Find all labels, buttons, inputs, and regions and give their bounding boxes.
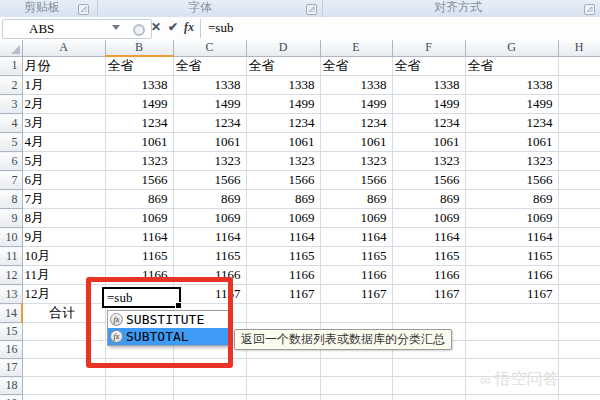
cell-G4[interactable]: 1234 <box>465 114 558 133</box>
cell-F7[interactable]: 1566 <box>392 171 465 190</box>
dialog-launcher-icon[interactable]: ◿ <box>78 4 89 15</box>
cell-H4[interactable] <box>558 114 600 133</box>
cell-G15[interactable] <box>465 323 558 341</box>
cell-H16[interactable] <box>558 341 600 359</box>
cell-G12[interactable]: 1166 <box>465 266 558 285</box>
cell-A11[interactable]: 10月 <box>22 247 105 266</box>
cell-G10[interactable]: 1164 <box>465 228 558 247</box>
cell-F10[interactable]: 1164 <box>392 228 465 247</box>
cell-A18[interactable] <box>22 377 105 395</box>
cell-F18[interactable] <box>392 377 465 395</box>
cell-D6[interactable]: 1323 <box>246 152 320 171</box>
cell-E9[interactable]: 1069 <box>320 209 392 228</box>
cell-G2[interactable]: 1338 <box>465 76 558 95</box>
cell-D4[interactable]: 1234 <box>246 114 320 133</box>
cell-C18[interactable] <box>173 377 246 395</box>
row-header-9[interactable]: 9 <box>0 209 22 228</box>
cell-A6[interactable]: 5月 <box>22 152 105 171</box>
cell-H8[interactable] <box>558 190 600 209</box>
cell-D11[interactable]: 1165 <box>246 247 320 266</box>
column-header-g[interactable]: G <box>465 40 558 56</box>
row-header-10[interactable]: 10 <box>0 228 22 247</box>
row-header-17[interactable]: 17 <box>0 359 22 377</box>
cell-H18[interactable] <box>558 377 600 395</box>
name-box-dropdown-icon[interactable] <box>112 25 120 30</box>
cell-A5[interactable]: 4月 <box>22 133 105 152</box>
cell-H12[interactable] <box>558 266 600 285</box>
cell-F5[interactable]: 1061 <box>392 133 465 152</box>
cell-C3[interactable]: 1499 <box>173 95 246 114</box>
cell-H19[interactable] <box>558 395 600 400</box>
cell-E8[interactable]: 869 <box>320 190 392 209</box>
cell-G8[interactable]: 869 <box>465 190 558 209</box>
cell-B10[interactable]: 1164 <box>105 228 173 247</box>
cell-A19[interactable] <box>22 395 105 400</box>
cell-D2[interactable]: 1338 <box>246 76 320 95</box>
cell-E18[interactable] <box>320 377 392 395</box>
row-header-18[interactable]: 18 <box>0 377 22 395</box>
cell-C8[interactable]: 869 <box>173 190 246 209</box>
cell-C6[interactable]: 1323 <box>173 152 246 171</box>
cell-C7[interactable]: 1566 <box>173 171 246 190</box>
cell-G9[interactable]: 1069 <box>465 209 558 228</box>
cell-A3[interactable]: 2月 <box>22 95 105 114</box>
cell-E12[interactable]: 1166 <box>320 266 392 285</box>
cell-F6[interactable]: 1323 <box>392 152 465 171</box>
cell-G14[interactable] <box>465 304 558 323</box>
cell-H15[interactable] <box>558 323 600 341</box>
cell-A9[interactable]: 8月 <box>22 209 105 228</box>
cell-C1[interactable]: 全省 <box>173 56 246 76</box>
cell-E4[interactable]: 1234 <box>320 114 392 133</box>
cell-A1[interactable]: 月份 <box>22 56 105 76</box>
cell-E5[interactable]: 1061 <box>320 133 392 152</box>
cell-C10[interactable]: 1164 <box>173 228 246 247</box>
cell-A8[interactable]: 7月 <box>22 190 105 209</box>
cell-G1[interactable]: 全省 <box>465 56 558 76</box>
cell-G13[interactable]: 1167 <box>465 285 558 304</box>
cell-F17[interactable] <box>392 359 465 377</box>
row-header-7[interactable]: 7 <box>0 171 22 190</box>
row-header-6[interactable]: 6 <box>0 152 22 171</box>
select-all-corner[interactable] <box>0 40 22 56</box>
row-header-5[interactable]: 5 <box>0 133 22 152</box>
cell-D13[interactable]: 1167 <box>246 285 320 304</box>
cell-B1[interactable]: 全省 <box>105 56 173 76</box>
cell-H7[interactable] <box>558 171 600 190</box>
cell-H13[interactable] <box>558 285 600 304</box>
row-header-1[interactable]: 1 <box>0 56 22 76</box>
cancel-button[interactable]: ✕ <box>151 20 161 34</box>
row-header-3[interactable]: 3 <box>0 95 22 114</box>
cell-D9[interactable]: 1069 <box>246 209 320 228</box>
name-box[interactable]: ABS <box>2 19 152 39</box>
cell-F9[interactable]: 1069 <box>392 209 465 228</box>
cell-E17[interactable] <box>320 359 392 377</box>
cell-C2[interactable]: 1338 <box>173 76 246 95</box>
cell-C11[interactable]: 1165 <box>173 247 246 266</box>
cell-F12[interactable]: 1166 <box>392 266 465 285</box>
cell-A10[interactable]: 9月 <box>22 228 105 247</box>
cell-B8[interactable]: 869 <box>105 190 173 209</box>
dialog-launcher-icon[interactable]: ◿ <box>584 4 595 15</box>
cell-H14[interactable] <box>558 304 600 323</box>
row-header-8[interactable]: 8 <box>0 190 22 209</box>
cell-C5[interactable]: 1061 <box>173 133 246 152</box>
cell-E19[interactable] <box>320 395 392 400</box>
dialog-launcher-icon[interactable]: ◿ <box>306 4 317 15</box>
cell-B18[interactable] <box>105 377 173 395</box>
cell-A4[interactable]: 3月 <box>22 114 105 133</box>
cell-A7[interactable]: 6月 <box>22 171 105 190</box>
cell-E14[interactable] <box>320 304 392 323</box>
cell-H1[interactable] <box>558 56 600 76</box>
cell-D10[interactable]: 1164 <box>246 228 320 247</box>
cell-F14[interactable] <box>392 304 465 323</box>
row-header-13[interactable]: 13 <box>0 285 22 304</box>
formula-input[interactable]: =sub <box>208 20 233 36</box>
cell-F19[interactable] <box>392 395 465 400</box>
cell-G11[interactable]: 1165 <box>465 247 558 266</box>
cell-A2[interactable]: 1月 <box>22 76 105 95</box>
column-header-e[interactable]: E <box>320 40 392 56</box>
cell-D14[interactable] <box>246 304 320 323</box>
row-header-14[interactable]: 14 <box>0 304 22 323</box>
cell-H6[interactable] <box>558 152 600 171</box>
cell-H5[interactable] <box>558 133 600 152</box>
